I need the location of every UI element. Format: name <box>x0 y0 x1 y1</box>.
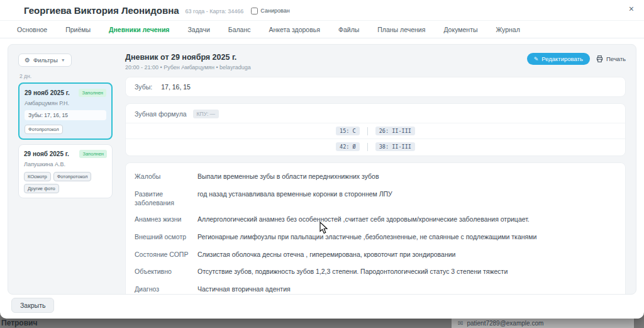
diary-actions: ✎ Редактировать Печать <box>527 53 626 65</box>
status-badge: Заполнен <box>79 89 106 97</box>
divider <box>367 143 368 151</box>
field-row-diagnoz: Диагноз Частичная вторичная адентия <box>135 281 616 295</box>
close-icon[interactable]: × <box>629 4 634 13</box>
field-label: Объективно <box>135 267 190 276</box>
dental-formula-label: Зубная формула <box>135 110 187 118</box>
formula-row-lower: 42: Ø 38: II-III <box>126 139 625 154</box>
diary-card-date: 29 нояб 2025 г. <box>25 89 70 96</box>
print-label: Печать <box>606 55 626 62</box>
diary-main: Дневник от 29 ноября 2025 г. 20:00 - 21:… <box>116 45 636 294</box>
teeth-value: 17, 16, 15 <box>161 83 191 91</box>
pencil-icon: ✎ <box>534 56 539 62</box>
diary-sidebar: ⚙ Фильтры ▼ 2 дн. 29 нояб 2025 г. Заполн… <box>8 45 116 294</box>
tab-balans[interactable]: Баланс <box>228 26 251 33</box>
sanitized-label[interactable]: Санирован <box>260 8 289 14</box>
field-label: Жалобы <box>135 172 190 181</box>
dental-formula-card: Зубная формула КПУ: — 15: C 26: II-III 4… <box>125 103 626 156</box>
tab-bar: Основное Приёмы Дневники лечения Задачи … <box>0 21 644 38</box>
tooth-badge: 42: Ø <box>336 142 360 151</box>
background-patient-name-fragment: Петрович <box>1 319 37 327</box>
close-button[interactable]: Закрыть <box>11 298 54 313</box>
field-value: Аллергологический анамнез без особенност… <box>197 215 616 225</box>
kpu-badge: КПУ: — <box>193 110 219 118</box>
tab-zadachi[interactable]: Задачи <box>188 26 210 33</box>
diary-header: Дневник от 29 ноября 2025 г. 20:00 - 21:… <box>125 53 626 71</box>
filters-button[interactable]: ⚙ Фильтры ▼ <box>18 54 72 67</box>
tab-plany-lecheniya[interactable]: Планы лечения <box>377 26 425 33</box>
edit-label: Редактировать <box>541 55 583 62</box>
diary-title-block: Дневник от 29 ноября 2025 г. 20:00 - 21:… <box>125 53 251 71</box>
patient-name: Георгиева Виктория Леонидовна <box>24 5 179 16</box>
field-label: Состояние СОПР <box>135 250 190 259</box>
modal-header: Георгиева Виктория Леонидовна 63 года - … <box>0 0 644 21</box>
diary-list-item-selected[interactable]: 29 нояб 2025 г. Заполнен Амбарцумян Р.Н.… <box>18 82 113 140</box>
field-row-sopr: Состояние СОПР Слизистая оболочка десны … <box>135 246 616 264</box>
edit-button[interactable]: ✎ Редактировать <box>527 53 590 65</box>
gear-icon: ⚙ <box>25 57 30 64</box>
teeth-label: Зубы: <box>135 83 152 91</box>
diary-card-head: 29 нояб 2025 г. Заполнен <box>25 89 106 97</box>
envelope-icon: ✉ <box>458 320 463 327</box>
teeth-card: Зубы: 17, 16, 15 <box>125 77 626 97</box>
field-label: Внешний осмотр <box>135 232 190 241</box>
sanitized-checkbox-group: Санирован <box>251 8 289 14</box>
diary-panel: ⚙ Фильтры ▼ 2 дн. 29 нояб 2025 г. Заполн… <box>8 44 636 295</box>
field-label: Анамнез жизни <box>135 215 190 223</box>
tab-zhurnal[interactable]: Журнал <box>496 26 520 33</box>
field-value: Частичная вторичная адентия <box>197 285 616 295</box>
tooth-badge: 38: II-III <box>375 142 415 151</box>
field-row-razvitie: Развитие заболевания год назад устанавли… <box>135 186 616 211</box>
diary-card-teeth: Зубы: 17, 16, 15 <box>25 110 106 120</box>
filters-label: Фильтры <box>33 57 58 64</box>
background-email: patient7289@example.com <box>467 320 543 327</box>
tag-kosmotr[interactable]: КОсмотр <box>24 172 51 181</box>
dental-formula-head: Зубная формула КПУ: — <box>126 108 625 123</box>
day-count: 2 дн. <box>19 73 113 79</box>
diary-fields-card: Жалобы Выпали временные зубы в области п… <box>125 162 626 295</box>
diary-card-tags: Фотопротокол <box>25 125 106 134</box>
diary-list-item[interactable]: 29 нояб 2025 г. Заполнен Лапушкина А.В. … <box>18 144 113 198</box>
tag-drugie-foto[interactable]: Другие фото <box>24 184 59 193</box>
field-label: Диагноз <box>135 285 190 293</box>
tab-osnovnoe[interactable]: Основное <box>17 26 47 33</box>
printer-icon <box>596 55 603 62</box>
field-label: Развитие заболевания <box>135 189 190 207</box>
field-value: Выпали временные зубы в области передних… <box>197 172 616 182</box>
field-value: Отсутствие зубов, подвижность зубов 1,2,… <box>197 267 616 277</box>
diary-card-doctor: Амбарцумян Р.Н. <box>25 100 106 106</box>
field-row-anamnez: Анамнез жизни Аллергологический анамнез … <box>135 211 616 229</box>
field-value: Регионарные лимфоузлы при пальпации элас… <box>197 232 616 242</box>
field-value: Слизистая оболочка десны отечна , гипере… <box>197 250 616 260</box>
patient-modal: Георгиева Виктория Леонидовна 63 года - … <box>0 0 644 319</box>
status-badge: Заполнен <box>79 150 107 158</box>
tooth-badge: 15: C <box>336 127 360 135</box>
tab-faily[interactable]: Файлы <box>338 26 359 33</box>
field-row-vneshniy-osmotr: Внешний осмотр Регионарные лимфоузлы при… <box>135 229 616 246</box>
print-button[interactable]: Печать <box>596 55 626 62</box>
formula-row-upper: 15: C 26: II-III <box>126 123 625 139</box>
diary-card-tags: КОсмотр Фотопротокол Другие фото <box>24 172 107 193</box>
patient-meta: 63 года - Карта: 34466 <box>186 8 244 14</box>
modal-footer: Закрыть <box>11 298 54 313</box>
tab-priyomy[interactable]: Приёмы <box>65 26 91 33</box>
tag-fotoprotokol[interactable]: Фотопротокол <box>25 125 63 134</box>
field-row-obektivno: Объективно Отсутствие зубов, подвижность… <box>135 263 616 281</box>
divider <box>367 127 368 135</box>
diary-card-doctor: Лапушкина А.В. <box>24 161 107 167</box>
diary-title: Дневник от 29 ноября 2025 г. <box>125 53 251 62</box>
tab-dnevniki-lecheniya[interactable]: Дневники лечения <box>109 26 170 33</box>
chevron-down-icon: ▼ <box>61 58 65 62</box>
sanitized-checkbox[interactable] <box>251 8 258 14</box>
tab-dokumenty[interactable]: Документы <box>443 26 477 33</box>
diary-subtitle: 20:00 - 21:00 • Рубен Амбарцумян • belay… <box>125 64 251 71</box>
field-value: год назад устанавливала временные коронк… <box>197 189 616 200</box>
tooth-badge: 26: II-III <box>375 127 415 135</box>
field-row-zhaloby: Жалобы Выпали временные зубы в области п… <box>135 168 616 186</box>
diary-card-head: 29 нояб 2025 г. Заполнен <box>24 150 107 158</box>
tag-fotoprotokol[interactable]: Фотопротокол <box>53 172 92 181</box>
tab-anketa-zdorovya[interactable]: Анкета здоровья <box>269 26 320 33</box>
background-email-row: ✉ patient7289@example.com <box>452 318 634 328</box>
diary-card-date: 29 нояб 2025 г. <box>24 150 69 157</box>
